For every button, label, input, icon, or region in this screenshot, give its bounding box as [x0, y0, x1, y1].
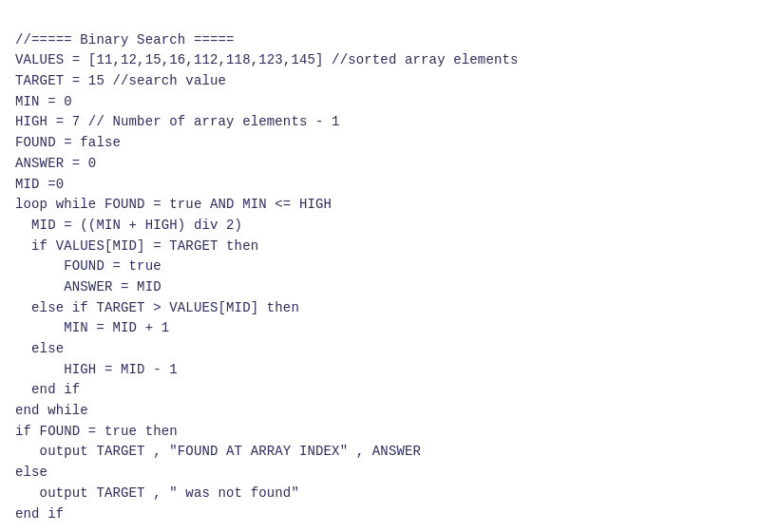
code-line-16: else — [15, 339, 745, 360]
code-line-12: FOUND = true — [15, 256, 745, 277]
code-line-2: TARGET = 15 //search value — [15, 71, 745, 92]
code-line-9: loop while FOUND = true AND MIN <= HIGH — [15, 195, 745, 216]
code-line-13: ANSWER = MID — [15, 277, 745, 298]
code-line-1: VALUES = [11,12,15,16,112,118,123,145] /… — [15, 50, 745, 71]
code-block: //===== Binary Search =====VALUES = [11,… — [0, 0, 760, 532]
code-line-21: output TARGET , "FOUND AT ARRAY INDEX" ,… — [15, 442, 745, 463]
code-line-17: HIGH = MID - 1 — [15, 360, 745, 381]
code-line-10: MID = ((MIN + HIGH) div 2) — [15, 216, 745, 237]
code-line-7: MID =0 — [15, 175, 745, 196]
code-line-0: //===== Binary Search ===== — [15, 30, 745, 51]
code-line-14: else if TARGET > VALUES[MID] then — [15, 298, 745, 319]
code-line-15: MIN = MID + 1 — [15, 318, 745, 339]
code-line-6: ANSWER = 0 — [15, 154, 745, 175]
code-line-4: HIGH = 7 // Number of array elements - 1 — [15, 112, 745, 133]
code-line-3: MIN = 0 — [15, 92, 745, 113]
code-line-24: end if — [15, 504, 745, 525]
code-line-20: if FOUND = true then — [15, 422, 745, 443]
code-line-23: output TARGET , " was not found" — [15, 484, 745, 504]
code-line-11: if VALUES[MID] = TARGET then — [15, 237, 745, 257]
code-line-22: else — [15, 463, 745, 484]
code-line-19: end while — [15, 401, 745, 422]
code-line-18: end if — [15, 380, 745, 401]
code-line-5: FOUND = false — [15, 133, 745, 154]
